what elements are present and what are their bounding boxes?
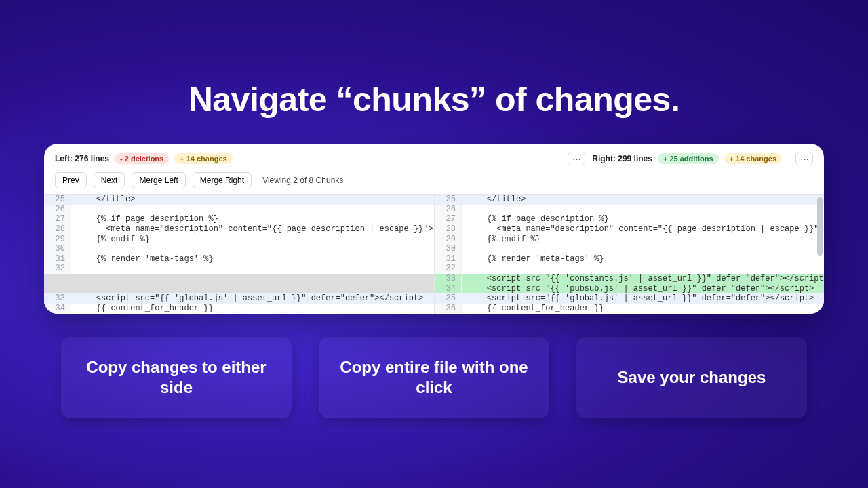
line-number <box>44 274 71 284</box>
code-text: {% endif %} <box>71 235 434 245</box>
code-row: 27 {% if page_description %} <box>44 214 434 224</box>
code-text: <meta name="description" content="{{ pag… <box>71 224 434 235</box>
feature-card-text: Copy entire file with one click <box>335 357 533 398</box>
code-row: 30 <box>44 244 434 254</box>
code-text: {% if page_description %} <box>462 214 824 224</box>
code-text: {{ content_for_header }} <box>462 304 824 314</box>
code-text <box>71 244 434 254</box>
code-text: <script src="{{ 'pubsub.js' | asset_url … <box>462 284 824 294</box>
line-number: 34 <box>435 284 462 294</box>
code-row <box>44 284 434 294</box>
left-overflow-menu[interactable]: ⋯ <box>568 152 585 165</box>
merge-left-button[interactable]: Merge Left <box>132 172 185 188</box>
line-number: 31 <box>435 254 462 264</box>
code-row: 29 {% endif %} <box>435 235 824 245</box>
chunk-status: Viewing 2 of 8 Chunks <box>262 176 343 185</box>
code-text: <script src="{{ 'constants.js' | asset_u… <box>462 274 824 284</box>
scrollbar-track[interactable] <box>816 195 823 314</box>
code-row: 34 <script src="{{ 'pubsub.js' | asset_u… <box>435 284 824 294</box>
prev-button[interactable]: Prev <box>55 172 87 188</box>
code-row: 36 {{ content_for_header }} <box>435 304 824 314</box>
code-text: </title> <box>462 195 824 205</box>
line-number: 28 <box>44 224 71 235</box>
code-row: 30 <box>435 244 824 254</box>
code-text <box>71 274 434 284</box>
line-number: 27 <box>44 214 71 224</box>
feature-card-text: Save your changes <box>618 367 766 388</box>
code-row: 32 <box>435 264 824 274</box>
line-number: 28 <box>435 224 462 235</box>
line-number: 25 <box>435 195 462 205</box>
left-summary: Left: 276 lines - 2 deletions + 14 chang… <box>55 153 233 164</box>
feature-card-text: Copy changes to either side <box>77 357 275 398</box>
code-row: 27 {% if page_description %} <box>435 214 824 224</box>
code-text: {{ content_for_header }} <box>71 304 434 314</box>
code-row: 32 <box>44 264 434 274</box>
code-row: 25 </title> <box>435 195 824 205</box>
chunk-toolbar: Prev Next Merge Left Merge Right Viewing… <box>44 165 824 194</box>
line-number: 35 <box>435 293 462 304</box>
code-text <box>462 205 824 215</box>
feature-cards: Copy changes to either side Copy entire … <box>61 337 807 418</box>
code-text: {% render 'meta-tags' %} <box>462 254 824 264</box>
page-headline: Navigate “chunks” of changes. <box>189 80 680 119</box>
line-number: 34 <box>44 304 71 314</box>
code-text: <meta name="description" content="{{ pag… <box>462 224 824 235</box>
line-number: 33 <box>435 274 462 284</box>
code-text <box>71 264 434 274</box>
code-row: 33 <script src="{{ 'constants.js' | asse… <box>435 274 824 284</box>
line-number: 32 <box>44 264 71 274</box>
code-row: 35 <script src="{{ 'global.js' | asset_u… <box>435 293 824 304</box>
code-row: 31 {% render 'meta-tags' %} <box>435 254 824 264</box>
code-row: 25 </title> <box>44 195 434 205</box>
code-text: {% render 'meta-tags' %} <box>71 254 434 264</box>
right-overflow-menu[interactable]: ⋯ <box>795 152 813 165</box>
code-text: <script src="{{ 'global.js' | asset_url … <box>71 293 434 304</box>
code-row: 28 <meta name="description" content="{{ … <box>44 224 434 235</box>
line-number: 30 <box>435 244 462 254</box>
line-number: 36 <box>435 304 462 314</box>
code-row: 34 {{ content_for_header }} <box>44 304 434 314</box>
line-number: 27 <box>435 214 462 224</box>
code-row: 31 {% render 'meta-tags' %} <box>44 254 434 264</box>
code-row: 26 <box>435 205 824 215</box>
code-row: 33 <script src="{{ 'global.js' | asset_u… <box>44 293 434 304</box>
scrollbar-thumb[interactable] <box>817 197 823 256</box>
code-text <box>462 244 824 254</box>
dots-icon: ⋯ <box>800 154 809 164</box>
code-row: 29 {% endif %} <box>44 235 434 245</box>
code-text: <script src="{{ 'global.js' | asset_url … <box>462 293 824 304</box>
right-diff-column: 25 </title>2627 {% if page_description %… <box>434 195 824 314</box>
feature-card-copy-file: Copy entire file with one click <box>319 337 549 418</box>
line-number: 29 <box>44 235 71 245</box>
dots-icon: ⋯ <box>572 154 581 164</box>
code-text <box>71 284 434 294</box>
right-summary: Right: 299 lines + 25 additions + 14 cha… <box>592 153 782 164</box>
code-text <box>71 205 434 215</box>
deletions-pill: - 2 deletions <box>115 153 169 164</box>
code-row <box>44 274 434 284</box>
right-changes-pill: + 14 changes <box>724 153 782 164</box>
next-button[interactable]: Next <box>94 172 125 188</box>
line-number: 29 <box>435 235 462 245</box>
code-row: 28 <meta name="description" content="{{ … <box>435 224 824 235</box>
line-number: 31 <box>44 254 71 264</box>
line-number: 26 <box>44 205 71 215</box>
feature-card-save: Save your changes <box>576 337 807 418</box>
code-text: {% endif %} <box>462 235 824 245</box>
line-number: 32 <box>435 264 462 274</box>
left-changes-pill: + 14 changes <box>174 153 232 164</box>
right-lines-label: Right: 299 lines <box>592 154 652 163</box>
code-text: {% if page_description %} <box>71 214 434 224</box>
line-number: 33 <box>44 293 71 304</box>
merge-right-button[interactable]: Merge Right <box>193 172 252 188</box>
diff-panel: Left: 276 lines - 2 deletions + 14 chang… <box>44 144 824 314</box>
additions-pill: + 25 additions <box>658 153 719 164</box>
line-number <box>44 284 71 294</box>
code-row: 26 <box>44 205 434 215</box>
feature-card-copy-side: Copy changes to either side <box>61 337 292 418</box>
code-text: </title> <box>71 195 434 205</box>
left-diff-column: 25 </title>2627 {% if page_description %… <box>44 195 434 314</box>
diff-columns: 25 </title>2627 {% if page_description %… <box>44 194 824 314</box>
code-text <box>462 264 824 274</box>
